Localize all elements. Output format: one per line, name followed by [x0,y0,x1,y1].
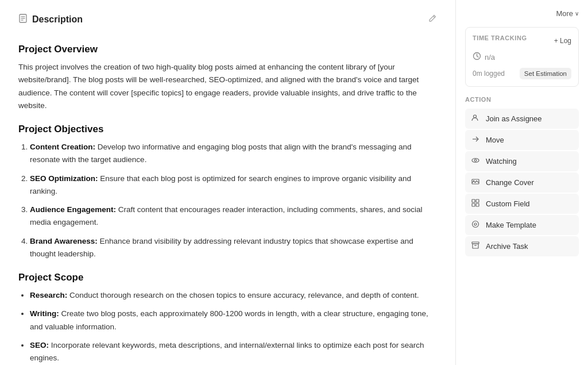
list-item: Writing: Create two blog posts, each app… [30,308,437,333]
archive-task-icon [471,241,480,251]
join-assignee-icon [471,114,480,124]
time-value-row: n/a [473,52,571,62]
action-item-label-join-assignee: Join as Assignee [486,114,542,123]
list-item: SEO: Incorporate relevant keywords, meta… [30,339,437,365]
action-item-watching[interactable]: Watching [465,151,579,171]
action-section: ACTION Join as AssigneeMoveWatchingChang… [465,96,579,256]
action-item-move[interactable]: Move [465,130,579,150]
section-heading-overview: Project Overview [18,44,437,55]
set-estimation-button[interactable]: Set Estimation [520,68,571,79]
section-overview: Project OverviewThis project involves th… [18,44,437,112]
svg-rect-15 [472,203,475,206]
time-tracking-label: TIME TRACKING [473,34,527,41]
description-title-wrap: Description [18,14,83,25]
section-heading-objectives: Project Objectives [18,124,437,135]
list-item: Audience Engagement: Craft content that … [30,203,437,229]
log-label: + Log [554,37,571,45]
content-sections: Project OverviewThis project involves th… [18,44,437,365]
action-items: Join as AssigneeMoveWatchingChange Cover… [465,109,579,256]
svg-rect-16 [476,203,479,206]
section-heading-scope: Project Scope [18,272,437,283]
more-label: More [556,9,573,18]
change-cover-icon [471,178,480,187]
time-tracking-header: TIME TRACKING + Log [473,34,571,47]
sidebar: More ∨ TIME TRACKING + Log n/a 0m logged [456,0,588,365]
time-tracking-card: TIME TRACKING + Log n/a 0m logged Set Es… [465,27,579,87]
svg-point-18 [474,223,477,225]
description-title: Description [32,14,83,25]
action-item-label-make-template: Make Template [486,221,536,229]
edit-icon[interactable] [428,14,437,25]
svg-rect-13 [472,199,475,202]
svg-point-10 [474,159,477,162]
svg-point-7 [474,115,477,118]
svg-rect-20 [473,244,478,248]
log-button[interactable]: + Log [554,37,571,45]
action-item-label-move: Move [486,136,504,144]
clock-icon [473,52,481,62]
more-button[interactable]: More ∨ [556,9,579,18]
action-item-archive-task[interactable]: Archive Task [465,236,579,256]
list-item: Research: Conduct thorough research on t… [30,289,437,302]
description-icon [18,14,28,25]
custom-field-icon [471,199,480,209]
time-logged-label: 0m logged [473,70,505,78]
make-template-icon [471,220,480,230]
action-item-join-assignee[interactable]: Join as Assignee [465,109,579,129]
action-item-label-archive-task: Archive Task [486,242,528,251]
set-estimation-label: Set Estimation [524,70,567,77]
svg-point-12 [473,180,474,182]
time-value: n/a [485,53,495,62]
section-paragraph-overview: This project involves the creation of tw… [18,61,437,112]
section-scope: Project ScopeResearch: Conduct thorough … [18,272,437,365]
list-item: Content Creation: Develop two informativ… [30,141,437,167]
move-icon [471,135,480,145]
action-item-label-custom-field: Custom Field [486,199,530,208]
watching-icon [471,156,480,166]
action-item-change-cover[interactable]: Change Cover [465,172,579,193]
main-content: Description Project OverviewThis project… [0,0,456,365]
svg-rect-14 [476,199,479,202]
action-label: ACTION [465,96,579,103]
action-item-custom-field[interactable]: Custom Field [465,194,579,214]
chevron-down-icon: ∨ [575,10,579,17]
description-header: Description [18,14,437,30]
action-item-label-change-cover: Change Cover [486,178,534,187]
list-item: Brand Awareness: Enhance brand visibilit… [30,235,437,261]
action-item-label-watching: Watching [486,157,517,166]
svg-line-6 [477,56,479,57]
svg-point-17 [473,221,479,228]
more-button-wrap: More ∨ [465,9,579,18]
svg-point-9 [472,159,479,163]
list-item: SEO Optimization: Ensure that each blog … [30,172,437,198]
section-objectives: Project ObjectivesContent Creation: Deve… [18,124,437,260]
action-item-make-template[interactable]: Make Template [465,215,579,235]
time-logged-row: 0m logged Set Estimation [473,68,571,79]
